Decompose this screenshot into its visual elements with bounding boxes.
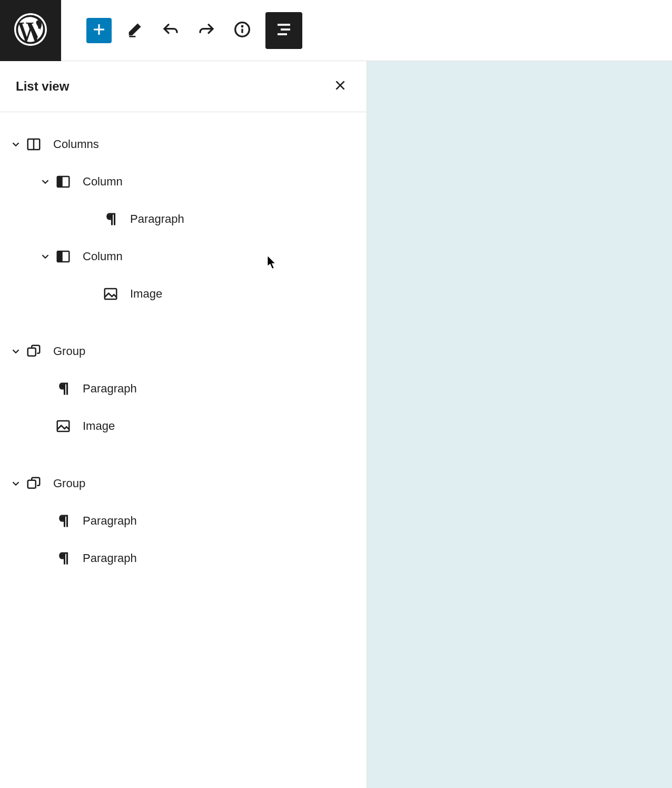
block-tree: Columns Column Paragraph Column [0,112,367,610]
list-view-button[interactable] [265,12,302,49]
edit-tool-button[interactable] [122,18,147,43]
chevron-down-icon[interactable] [37,251,53,262]
tree-item-label: Paragraph [83,382,137,396]
tree-item-label: Column [83,175,123,189]
close-panel-button[interactable] [330,76,351,97]
column-icon [53,174,73,190]
tree-item-label: Paragraph [83,514,137,528]
image-icon [101,286,121,302]
image-icon [53,418,73,434]
redo-icon [198,21,215,40]
tree-item-columns[interactable]: Columns [0,125,367,163]
chevron-down-icon[interactable] [37,176,53,188]
plus-icon [91,22,107,40]
info-icon [234,21,251,40]
undo-icon [162,21,179,40]
tree-item-paragraph[interactable]: Paragraph [0,370,367,407]
chevron-down-icon[interactable] [8,478,24,489]
add-block-button[interactable] [86,18,112,43]
tree-item-column[interactable]: Column [0,163,367,200]
tree-item-column[interactable]: Column [0,238,367,275]
tree-item-label: Group [53,344,85,358]
editor-toolbar [0,0,672,61]
list-view-icon [274,20,293,41]
tree-item-label: Columns [53,137,99,151]
tree-item-image[interactable]: Image [0,407,367,445]
tree-item-paragraph[interactable]: Paragraph [0,200,367,238]
list-view-panel: List view Columns Column [0,61,367,788]
tree-item-label: Image [83,419,115,433]
tree-item-label: Group [53,477,85,490]
chevron-down-icon[interactable] [8,139,24,150]
group-icon [24,476,44,491]
chevron-down-icon[interactable] [8,346,24,357]
group-icon [24,343,44,359]
close-icon [333,78,347,94]
tree-item-group[interactable]: Group [0,465,367,502]
wordpress-logo-icon [14,13,47,48]
tree-item-image[interactable]: Image [0,275,367,312]
tree-item-label: Image [130,287,162,301]
details-button[interactable] [230,18,255,43]
panel-title: List view [16,79,69,94]
column-icon [53,249,73,264]
tree-item-label: Paragraph [130,212,184,226]
redo-button[interactable] [194,18,219,43]
tree-item-label: Paragraph [83,551,137,565]
columns-icon [24,136,44,152]
svg-point-11 [241,25,243,27]
undo-button[interactable] [158,18,183,43]
tree-item-paragraph[interactable]: Paragraph [0,502,367,539]
pencil-icon [126,21,143,40]
paragraph-icon [101,211,121,227]
tree-item-group[interactable]: Group [0,332,367,370]
paragraph-icon [53,550,73,566]
tree-item-label: Column [83,250,123,263]
paragraph-icon [53,381,73,397]
wordpress-logo-button[interactable] [0,0,61,61]
paragraph-icon [53,513,73,529]
editor-canvas[interactable] [367,61,672,788]
tree-item-paragraph[interactable]: Paragraph [0,539,367,577]
